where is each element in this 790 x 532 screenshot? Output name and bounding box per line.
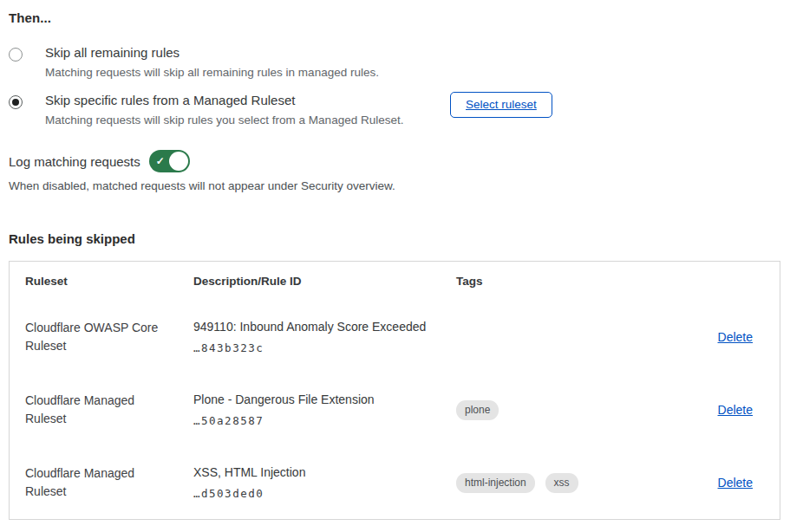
rule-id: …50a28587: [193, 414, 456, 427]
log-matching-requests-row: Log matching requests ✓: [9, 150, 780, 172]
option-text: Skip all remaining rules Matching reques…: [45, 45, 379, 79]
check-icon: ✓: [156, 154, 165, 168]
log-matching-requests-label: Log matching requests: [9, 154, 140, 169]
option-description: Matching requests will skip all remainin…: [45, 66, 379, 79]
rule-description: 949110: Inbound Anomaly Score Exceeded: [193, 320, 456, 334]
tag-badge: xss: [545, 473, 578, 493]
delete-link[interactable]: Delete: [718, 330, 753, 344]
column-header-description-rule-id: Description/Rule ID: [193, 262, 456, 301]
tags-cell: html-injection xss: [456, 446, 686, 519]
ruleset-cell: Cloudflare Managed Ruleset: [10, 446, 193, 519]
column-header-actions: [686, 262, 781, 301]
tags-cell: plone: [456, 373, 686, 446]
select-ruleset-button[interactable]: Select ruleset: [450, 92, 552, 118]
tag-badge: plone: [456, 400, 499, 420]
rules-table-container: Ruleset Description/Rule ID Tags Cloudfl…: [9, 261, 780, 520]
table-row: Cloudflare Managed Ruleset XSS, HTML Inj…: [10, 446, 781, 519]
column-header-tags: Tags: [456, 262, 686, 301]
option-description: Matching requests will skip rules you se…: [45, 114, 403, 127]
radio-skip-all-remaining-rules[interactable]: [9, 48, 23, 62]
log-matching-requests-description: When disabled, matched requests will not…: [9, 179, 780, 192]
table-header-row: Ruleset Description/Rule ID Tags: [10, 262, 781, 301]
actions-cell: Delete: [686, 446, 781, 519]
description-cell: 949110: Inbound Anomaly Score Exceeded ……: [193, 301, 456, 373]
table-row: Cloudflare Managed Ruleset Plone - Dange…: [10, 373, 781, 446]
column-header-ruleset: Ruleset: [10, 262, 193, 301]
rule-id: …843b323c: [193, 341, 456, 354]
delete-link[interactable]: Delete: [718, 403, 753, 417]
description-cell: XSS, HTML Injection …d503ded0: [193, 446, 456, 519]
option-text: Skip specific rules from a Managed Rules…: [45, 93, 403, 127]
actions-cell: Delete: [686, 301, 781, 373]
rule-description: Plone - Dangerous File Extension: [193, 393, 456, 406]
rule-id: …d503ded0: [193, 487, 456, 500]
waf-rule-config-page: Then... Skip all remaining rules Matchin…: [0, 0, 790, 520]
radio-skip-specific-rules[interactable]: [9, 95, 23, 109]
toggle-knob: [169, 152, 188, 171]
then-section-title: Then...: [9, 10, 780, 25]
option-skip-specific-rules: Skip specific rules from a Managed Rules…: [9, 93, 780, 127]
table-row: Cloudflare OWASP Core Ruleset 949110: In…: [10, 301, 781, 373]
option-label[interactable]: Skip all remaining rules: [45, 45, 379, 60]
ruleset-cell: Cloudflare Managed Ruleset: [10, 373, 193, 446]
description-cell: Plone - Dangerous File Extension …50a285…: [193, 373, 456, 446]
actions-cell: Delete: [686, 373, 781, 446]
log-matching-requests-toggle[interactable]: ✓: [149, 150, 190, 172]
delete-link[interactable]: Delete: [718, 476, 753, 490]
tags-cell: [456, 301, 686, 373]
rule-description: XSS, HTML Injection: [193, 465, 456, 479]
ruleset-cell: Cloudflare OWASP Core Ruleset: [10, 301, 193, 373]
action-options: Skip all remaining rules Matching reques…: [9, 45, 780, 127]
option-skip-all-remaining-rules: Skip all remaining rules Matching reques…: [9, 45, 780, 79]
option-label[interactable]: Skip specific rules from a Managed Rules…: [45, 93, 403, 107]
rules-table: Ruleset Description/Rule ID Tags Cloudfl…: [10, 262, 781, 519]
rules-being-skipped-title: Rules being skipped: [9, 231, 780, 246]
tag-badge: html-injection: [456, 473, 535, 493]
